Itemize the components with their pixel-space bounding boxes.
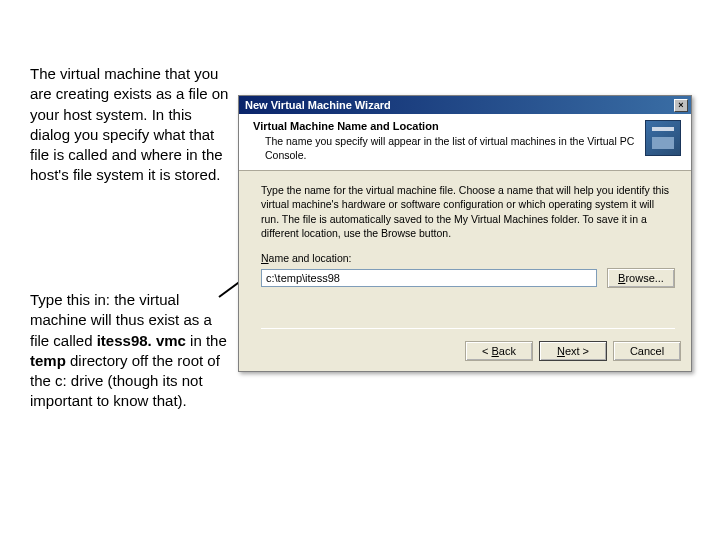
next-rest: ext >: [565, 345, 589, 357]
name-location-label: Name and location:: [261, 252, 675, 264]
dialog-header-text: Virtual Machine Name and Location The na…: [253, 120, 637, 162]
dialog-title: New Virtual Machine Wizard: [245, 99, 391, 111]
explainer-text-2-mid: in the: [186, 332, 227, 349]
back-button[interactable]: < Back: [465, 341, 533, 361]
next-button[interactable]: Next >: [539, 341, 607, 361]
name-location-input[interactable]: [261, 269, 597, 287]
new-vm-wizard-dialog: New Virtual Machine Wizard × Virtual Mac…: [238, 95, 692, 372]
cancel-label: Cancel: [630, 345, 664, 357]
browse-button[interactable]: Browse...: [607, 268, 675, 288]
footer-separator: [261, 328, 675, 329]
back-rest: ack: [499, 345, 516, 357]
close-icon: ×: [678, 101, 683, 110]
dialog-header-title: Virtual Machine Name and Location: [253, 120, 637, 132]
dialog-body: Type the name for the virtual machine fi…: [239, 171, 691, 333]
name-location-row: Browse...: [261, 268, 675, 288]
browse-rest: rowse...: [625, 272, 664, 284]
explainer-filename: itess98. vmc: [97, 332, 186, 349]
back-prefix: <: [482, 345, 491, 357]
label-rest: ame and location:: [269, 252, 352, 264]
next-accelerator: N: [557, 345, 565, 357]
explainer-text-1: The virtual machine that you are creatin…: [30, 65, 228, 183]
dialog-titlebar[interactable]: New Virtual Machine Wizard ×: [239, 96, 691, 114]
label-accelerator: N: [261, 252, 269, 264]
explainer-paragraph-1: The virtual machine that you are creatin…: [30, 64, 230, 186]
dialog-header-panel: Virtual Machine Name and Location The na…: [239, 114, 691, 171]
computer-icon: [645, 120, 681, 156]
back-accelerator: B: [492, 345, 499, 357]
cancel-button[interactable]: Cancel: [613, 341, 681, 361]
dialog-instruction: Type the name for the virtual machine fi…: [261, 183, 675, 240]
dialog-footer: < Back Next > Cancel: [239, 333, 691, 371]
dialog-header-subtitle: The name you specify will appear in the …: [265, 135, 637, 162]
explainer-dirname: temp: [30, 352, 66, 369]
close-button[interactable]: ×: [674, 99, 688, 112]
explainer-paragraph-2: Type this in: the virtual machine will t…: [30, 290, 230, 412]
